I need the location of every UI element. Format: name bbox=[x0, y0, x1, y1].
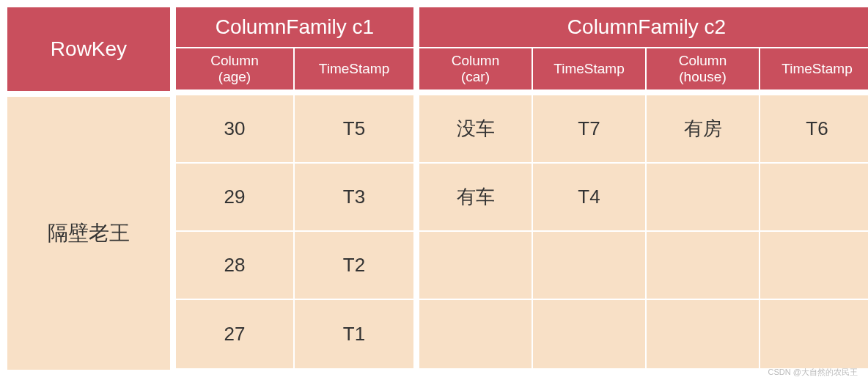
data-cell: 有车 bbox=[419, 164, 533, 230]
cf2-title: ColumnFamily c2 bbox=[419, 7, 868, 48]
table-row: 30 T5 bbox=[176, 95, 413, 164]
data-cell: T6 bbox=[760, 95, 868, 162]
cf1-subheader: Column(age) TimeStamp bbox=[176, 48, 413, 89]
data-cell: T2 bbox=[295, 232, 413, 299]
cf1-body: 30 T5 29 T3 28 T2 27 T1 bbox=[176, 95, 413, 368]
table-row: 28 T2 bbox=[176, 232, 413, 300]
data-cell: 没车 bbox=[419, 95, 533, 162]
data-cell: 27 bbox=[176, 300, 295, 368]
data-cell: 28 bbox=[176, 232, 295, 299]
hbase-table-diagram: RowKey 隔壁老王 ColumnFamily c1 Column(age) … bbox=[7, 7, 861, 370]
cf1-title: ColumnFamily c1 bbox=[176, 7, 413, 48]
rowkey-value: 隔壁老王 bbox=[7, 97, 170, 370]
data-cell bbox=[647, 164, 760, 230]
data-cell: T3 bbox=[295, 164, 413, 230]
cf2-col-car: Column(car) bbox=[419, 48, 533, 89]
data-cell: 30 bbox=[176, 95, 295, 162]
data-cell bbox=[419, 300, 533, 368]
cf1-col-timestamp: TimeStamp bbox=[295, 48, 413, 89]
cf2-body: 没车 T7 有房 T6 有车 T4 bbox=[419, 95, 868, 368]
rowkey-column: RowKey 隔壁老王 bbox=[7, 7, 170, 370]
data-cell: T7 bbox=[533, 95, 647, 162]
table-row: 27 T1 bbox=[176, 300, 413, 368]
table-row: 没车 T7 有房 T6 bbox=[419, 95, 868, 164]
table-row: 有车 T4 bbox=[419, 164, 868, 232]
data-cell bbox=[760, 300, 868, 368]
data-cell bbox=[533, 300, 647, 368]
watermark: CSDN @大自然的农民王 bbox=[768, 367, 858, 377]
rowkey-header: RowKey bbox=[7, 7, 170, 91]
cf2-col-house: Column(house) bbox=[647, 48, 760, 89]
data-cell bbox=[647, 300, 760, 368]
cf2-col-timestamp2: TimeStamp bbox=[760, 48, 868, 89]
data-cell bbox=[760, 164, 868, 230]
table-row: 29 T3 bbox=[176, 164, 413, 232]
column-family-c2: ColumnFamily c2 Column(car) TimeStamp Co… bbox=[419, 7, 868, 370]
data-cell: T4 bbox=[533, 164, 647, 230]
table-row bbox=[419, 300, 868, 368]
data-cell bbox=[419, 232, 533, 299]
cf1-col-age: Column(age) bbox=[176, 48, 295, 89]
data-cell: T1 bbox=[295, 300, 413, 368]
data-cell: 有房 bbox=[647, 95, 760, 162]
data-cell bbox=[647, 232, 760, 299]
data-cell: T5 bbox=[295, 95, 413, 162]
data-cell bbox=[760, 232, 868, 299]
table-row bbox=[419, 232, 868, 300]
column-family-c1: ColumnFamily c1 Column(age) TimeStamp 30… bbox=[176, 7, 413, 370]
data-cell bbox=[533, 232, 647, 299]
data-cell: 29 bbox=[176, 164, 295, 230]
cf2-subheader: Column(car) TimeStamp Column(house) Time… bbox=[419, 48, 868, 89]
cf2-col-timestamp1: TimeStamp bbox=[533, 48, 647, 89]
